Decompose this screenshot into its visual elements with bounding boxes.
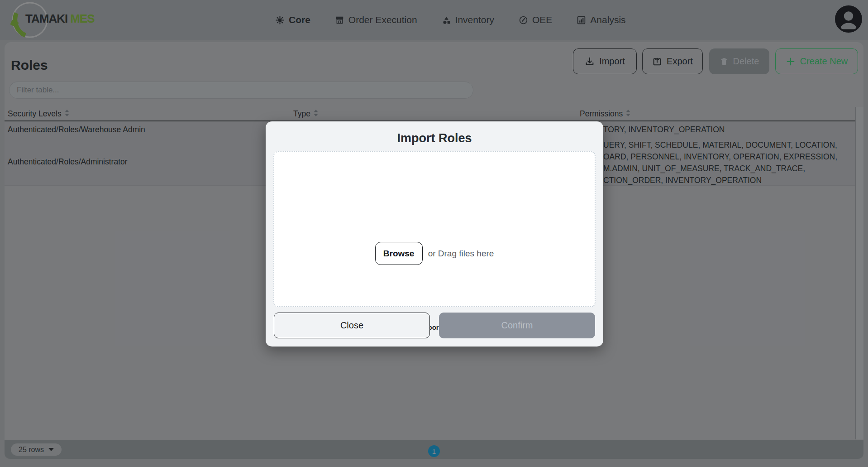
close-button[interactable]: Close — [274, 313, 430, 338]
file-drop-zone[interactable]: Browse or Drag files here File Types Sup… — [273, 151, 596, 307]
app-root: TAMAKIMES Core — [0, 0, 868, 467]
modal-title: Import Roles — [266, 131, 603, 145]
import-roles-modal: Import Roles Browse or Drag files here F… — [266, 121, 603, 347]
drag-files-hint: or Drag files here — [428, 249, 494, 259]
browse-row: Browse or Drag files here — [274, 242, 595, 265]
browse-button[interactable]: Browse — [375, 242, 423, 265]
confirm-button: Confirm — [439, 313, 595, 338]
